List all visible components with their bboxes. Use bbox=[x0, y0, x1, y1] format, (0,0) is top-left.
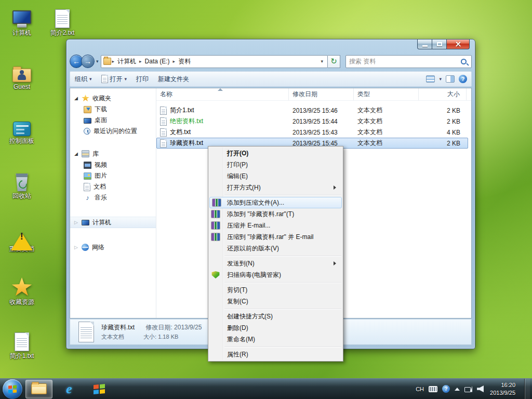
expand-arrow-icon[interactable]: ◢ bbox=[74, 96, 82, 101]
menu-item-restore-versions[interactable]: 还原以前的版本(V) bbox=[208, 243, 343, 254]
input-language-indicator[interactable]: CH bbox=[416, 386, 424, 392]
show-desktop-button[interactable] bbox=[524, 379, 530, 399]
menu-item-add-to-archive[interactable]: 添加到压缩文件(A)... bbox=[209, 197, 342, 208]
expand-arrow-icon[interactable]: ▷ bbox=[74, 245, 82, 250]
desktop-icon-control-panel[interactable]: 控制面板 bbox=[3, 112, 41, 145]
folder-icon bbox=[103, 58, 111, 65]
desktop-icon-favorite-resources[interactable]: 收藏资源 bbox=[3, 273, 41, 306]
menu-item-properties[interactable]: 属性(R) bbox=[208, 349, 343, 360]
minimize-button[interactable] bbox=[417, 39, 432, 49]
menu-item-scan-virus[interactable]: 扫描病毒(电脑管家) bbox=[208, 269, 343, 281]
sidebar-item-desktop[interactable]: 桌面 bbox=[70, 115, 156, 126]
winrar-icon bbox=[211, 233, 220, 241]
change-view-icon[interactable] bbox=[426, 75, 435, 83]
sidebar-item-videos[interactable]: 视频 bbox=[70, 159, 156, 170]
organize-button[interactable]: 组织 ▾ bbox=[70, 73, 97, 85]
desktop-icon-intro1-txt[interactable]: 简介1.txt bbox=[3, 327, 41, 360]
forward-button[interactable]: → bbox=[81, 55, 95, 68]
sidebar-item-computer[interactable]: ▷ 计算机 bbox=[70, 217, 156, 228]
sidebar-item-documents[interactable]: 文档 bbox=[70, 181, 156, 192]
text-file-icon bbox=[55, 9, 70, 28]
submenu-arrow-icon bbox=[334, 185, 338, 190]
start-button[interactable] bbox=[3, 379, 22, 399]
column-header-name[interactable]: 名称 bbox=[156, 88, 289, 100]
desktop-icon-guest[interactable]: Guest bbox=[3, 58, 41, 91]
file-row[interactable]: 简介1.txt 2013/9/25 15:46 文本文档 2 KB bbox=[156, 105, 471, 116]
expand-arrow-icon[interactable]: ◢ bbox=[74, 151, 82, 156]
maximize-button[interactable] bbox=[432, 39, 447, 49]
search-placeholder: 搜索 资料 bbox=[349, 57, 461, 66]
breadcrumb-drive[interactable]: Data (E:) bbox=[142, 58, 173, 65]
expand-arrow-icon[interactable]: ▷ bbox=[74, 220, 82, 225]
history-dropdown-icon[interactable]: ▾ bbox=[96, 59, 99, 64]
menu-item-create-shortcut[interactable]: 创建快捷方式(S) bbox=[208, 311, 343, 322]
desktop-icon-recycle-bin[interactable]: 回收站 bbox=[3, 167, 41, 200]
sidebar-item-network[interactable]: ▷ 网络 bbox=[70, 242, 156, 253]
address-dropdown-icon[interactable]: ▾ bbox=[318, 59, 325, 64]
breadcrumb-computer[interactable]: 计算机 bbox=[114, 57, 139, 66]
search-box[interactable]: 搜索 资料 bbox=[345, 55, 472, 68]
sidebar-label: 库 bbox=[92, 150, 99, 158]
clock[interactable]: 16:20 2013/9/25 bbox=[490, 381, 515, 396]
menu-item-open[interactable]: 打开(O) bbox=[208, 148, 343, 159]
new-folder-button[interactable]: 新建文件夹 bbox=[153, 73, 194, 85]
taskbar-ie-button[interactable]: e bbox=[56, 380, 83, 398]
ime-help-icon[interactable]: ? bbox=[442, 385, 450, 393]
column-header-type[interactable]: 类型 bbox=[354, 88, 419, 100]
close-icon bbox=[455, 41, 461, 47]
menu-item-edit[interactable]: 编辑(E) bbox=[208, 170, 343, 182]
taskbar-explorer-button[interactable] bbox=[25, 380, 52, 398]
sidebar-item-pictures[interactable]: 图片 bbox=[70, 170, 156, 181]
menu-item-delete[interactable]: 删除(D) bbox=[208, 322, 343, 334]
column-header-date[interactable]: 修改日期 bbox=[289, 88, 354, 100]
sidebar-item-downloads[interactable]: 下载 bbox=[70, 104, 156, 115]
sidebar-item-recent-places[interactable]: 最近访问的位置 bbox=[70, 126, 156, 137]
sidebar-item-music[interactable]: ♪ 音乐 bbox=[70, 192, 156, 203]
chevron-down-icon[interactable]: ▾ bbox=[439, 76, 442, 82]
control-panel-icon bbox=[13, 122, 31, 136]
text-file-icon bbox=[101, 75, 108, 83]
file-row[interactable]: 文档.txt 2013/9/25 15:43 文本文档 4 KB bbox=[156, 127, 471, 138]
menu-item-cut[interactable]: 剪切(T) bbox=[208, 284, 343, 296]
desktop-icon-label: 简介1.txt bbox=[3, 353, 41, 360]
desktop-icon-intro2-txt[interactable]: 简介2.txt bbox=[44, 4, 81, 37]
star-icon bbox=[11, 277, 32, 297]
sidebar-item-libraries[interactable]: ◢ 库 bbox=[70, 148, 156, 159]
menu-item-add-to-rar[interactable]: 添加到 "珍藏资料.rar"(T) bbox=[208, 208, 343, 220]
close-button[interactable] bbox=[447, 39, 470, 49]
menu-item-send-to[interactable]: 发送到(N) bbox=[208, 258, 343, 269]
column-label: 修改日期 bbox=[292, 90, 317, 99]
open-button[interactable]: 打开 ▾ bbox=[97, 73, 132, 85]
sidebar-item-favorites[interactable]: ◢ 收藏夹 bbox=[70, 92, 156, 104]
network-tray-icon[interactable] bbox=[464, 386, 472, 392]
desktop: 计算机 简介2.txt Guest 控制面板 回收站 ! 重要文档 收藏资源 简… bbox=[0, 0, 532, 399]
desktop-icon-computer[interactable]: 计算机 bbox=[3, 4, 41, 37]
file-size: 2 KB bbox=[419, 138, 467, 149]
menu-item-compress-email[interactable]: 压缩并 E-mail... bbox=[208, 220, 343, 231]
volume-icon[interactable] bbox=[477, 385, 484, 392]
menu-item-print[interactable]: 打印(P) bbox=[208, 159, 343, 170]
breadcrumb-folder[interactable]: 资料 bbox=[175, 57, 194, 66]
taskbar-windows-app-button[interactable] bbox=[86, 380, 113, 398]
sidebar-label: 收藏夹 bbox=[92, 94, 111, 103]
address-bar[interactable]: ▸ 计算机 ▸ Data (E:) ▸ 资料 ▾ bbox=[101, 55, 328, 68]
menu-item-compress-rar-email[interactable]: 压缩到 "珍藏资料.rar" 并 E-mail bbox=[208, 231, 343, 243]
music-icon: ♪ bbox=[84, 194, 91, 202]
file-date: 2013/9/25 15:46 bbox=[289, 105, 354, 116]
desktop-icon-label: Guest bbox=[3, 84, 41, 91]
computer-icon bbox=[82, 220, 89, 225]
menu-item-open-with[interactable]: 打开方式(H) bbox=[208, 182, 343, 193]
file-row[interactable]: 绝密资料.txt 2013/9/25 15:44 文本文档 2 KB bbox=[156, 116, 471, 127]
show-hidden-icons-icon[interactable] bbox=[455, 388, 460, 391]
file-type: 文本文档 bbox=[354, 127, 419, 138]
desktop-icon-important-docs[interactable]: ! 重要文档 bbox=[3, 220, 41, 253]
print-button[interactable]: 打印 bbox=[131, 73, 153, 85]
column-header-size[interactable]: 大小 bbox=[419, 88, 467, 100]
menu-item-rename[interactable]: 重命名(M) bbox=[208, 334, 343, 345]
refresh-button[interactable]: ↻ bbox=[328, 55, 340, 68]
keyboard-icon[interactable] bbox=[429, 386, 437, 392]
preview-pane-icon[interactable] bbox=[446, 75, 455, 83]
desktop-icon-label: 收藏资源 bbox=[3, 299, 41, 306]
help-icon[interactable]: ? bbox=[459, 75, 467, 83]
menu-item-copy[interactable]: 复制(C) bbox=[208, 296, 343, 307]
